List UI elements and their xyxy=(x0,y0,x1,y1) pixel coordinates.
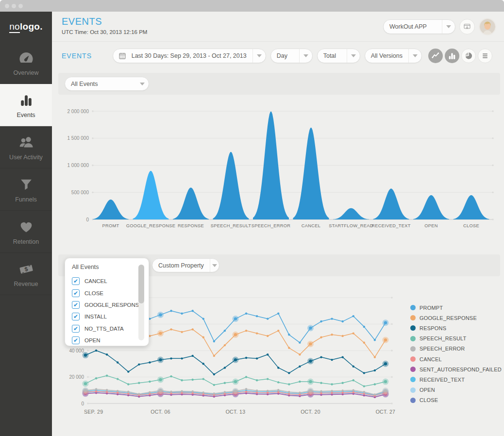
sidebar-item-retention[interactable]: Retention xyxy=(0,211,52,253)
bar-peak-close[interactable] xyxy=(454,195,489,219)
svg-text:20 000: 20 000 xyxy=(69,374,84,380)
checkbox-checked[interactable]: ✔ xyxy=(72,336,80,344)
property-selector[interactable]: Custom Property xyxy=(152,258,219,272)
legend-color-dot xyxy=(410,325,416,331)
window-titlebar xyxy=(0,0,504,12)
event-selector[interactable]: All Events xyxy=(65,77,149,91)
svg-text:OPEN: OPEN xyxy=(424,223,438,228)
legend-item-close[interactable]: CLOSE xyxy=(410,395,502,405)
event-option-open[interactable]: ✔ OPEN xyxy=(72,335,142,346)
scrollbar-thumb[interactable] xyxy=(138,265,144,303)
legend-item-google_response[interactable]: GOOGLE_RESPONSE xyxy=(410,313,502,323)
legend-item-speech_error[interactable]: SPEECH_ERROR xyxy=(410,344,502,354)
sidebar-item-overview[interactable]: Overview xyxy=(0,42,52,84)
granularity-selector[interactable]: Day xyxy=(270,49,313,63)
sidebar-item-label: Events xyxy=(17,112,35,118)
svg-text:2 000 000: 2 000 000 xyxy=(67,109,89,114)
legend-item-prompt[interactable]: PROMPT xyxy=(410,302,502,313)
legend-label: SPEECH_ERROR xyxy=(420,346,465,352)
funnel-icon xyxy=(18,176,34,193)
chevron-down-icon xyxy=(136,77,149,90)
pie-chart-icon xyxy=(464,51,473,61)
page-title: EVENTS xyxy=(62,16,102,27)
brand-logo[interactable]: nologo. xyxy=(0,12,52,42)
bar-peak-open[interactable] xyxy=(413,195,449,219)
bar-peak-startflow_read[interactable] xyxy=(333,208,369,219)
events-bar-chart: 0500 0001 000 0001 500 0002 000 000PROMT… xyxy=(65,94,500,240)
checkbox-checked[interactable]: ✔ xyxy=(72,289,80,297)
app-selector[interactable]: WorkOut APP xyxy=(383,19,455,34)
svg-text:OCT. 20: OCT. 20 xyxy=(301,409,320,415)
checkbox-checked[interactable]: ✔ xyxy=(72,325,80,333)
event-option-cancel[interactable]: ✔ CANCEL xyxy=(72,275,142,287)
versions-selector[interactable]: All Versions xyxy=(365,49,422,63)
list-view-button[interactable] xyxy=(478,49,492,63)
utc-time: UTC Time: Oct 30, 2013 12:16 PM xyxy=(62,29,147,35)
sidebar-item-funnels[interactable]: Funnels xyxy=(0,168,52,211)
heart-icon xyxy=(18,218,34,235)
event-option-label: NO_TTS_DATA xyxy=(84,326,124,332)
window-control-dot[interactable] xyxy=(5,4,9,8)
legend-color-dot xyxy=(410,377,416,382)
svg-text:OCT. 06: OCT. 06 xyxy=(151,409,170,415)
date-range-selector[interactable]: Last 30 Days: Sep 29, 2013 - Oct 27, 201… xyxy=(113,49,266,63)
event-option-no_tts_data[interactable]: ✔ NO_TTS_DATA xyxy=(72,323,142,335)
bar-peak-cancel[interactable] xyxy=(293,128,329,219)
legend-item-cancel[interactable]: CANCEL xyxy=(410,354,502,364)
legend-label: SENT_AUTORESPOND_FAILED xyxy=(420,367,502,372)
checkbox-checked[interactable]: ✔ xyxy=(72,313,80,320)
svg-text:RESPONSE: RESPONSE xyxy=(178,223,204,228)
view-toggle-group xyxy=(428,49,492,63)
sidebar-item-revenue[interactable]: $ Revenue xyxy=(0,253,52,295)
legend-color-dot xyxy=(410,367,416,372)
filter-controls: Last 30 Days: Sep 29, 2013 - Oct 27, 201… xyxy=(113,49,492,63)
sidebar-item-label: Overview xyxy=(13,69,38,76)
line-chart-icon xyxy=(431,51,440,61)
svg-text:GOOGLE_RESPONSE: GOOGLE_RESPONSE xyxy=(126,223,176,228)
svg-text:1 500 000: 1 500 000 xyxy=(67,135,89,141)
svg-text:500 000: 500 000 xyxy=(71,190,89,195)
legend-label: OPEN xyxy=(420,387,435,393)
checkbox-checked[interactable]: ✔ xyxy=(72,277,80,285)
legend-item-sent_autorespond_failed[interactable]: SENT_AUTORESPOND_FAILED xyxy=(410,364,502,374)
checkbox-checked[interactable]: ✔ xyxy=(72,301,80,309)
svg-text:SPEECH_RESULT: SPEECH_RESULT xyxy=(211,223,251,228)
bar-peak-google_response[interactable] xyxy=(133,171,169,219)
user-avatar[interactable] xyxy=(479,18,496,35)
window-control-dot[interactable] xyxy=(18,4,23,8)
legend-item-open[interactable]: OPEN xyxy=(410,385,502,395)
legend-item-received_text[interactable]: RECEIVED_TEXT xyxy=(410,374,502,385)
bar-peak-received_text[interactable] xyxy=(373,189,409,219)
events-dropdown-panel: All Events ✔ CANCEL✔ CLOSE✔ GOOGLE_RESPO… xyxy=(65,258,149,346)
bar-peak-promt[interactable] xyxy=(93,200,129,219)
sidebar-item-events[interactable]: Events xyxy=(0,84,52,126)
legend-label: CANCEL xyxy=(420,356,442,362)
event-option-close[interactable]: ✔ CLOSE xyxy=(72,287,142,299)
events-dropdown-header: All Events xyxy=(72,264,142,270)
pie-chart-view-button[interactable] xyxy=(461,49,476,63)
event-option-google_response[interactable]: ✔ GOOGLE_RESPONSE xyxy=(72,299,142,311)
sidebar-item-user-activity[interactable]: User Activity xyxy=(0,126,52,168)
event-option-install[interactable]: ✔ INSTALL xyxy=(72,311,142,322)
bar-chart-view-button[interactable] xyxy=(445,49,459,63)
legend-color-dot xyxy=(410,315,416,320)
chart-legend: PROMPT GOOGLE_RESPONSE RESPONS SPEECH_RE… xyxy=(410,302,502,405)
money-icon: $ xyxy=(18,261,34,277)
dropdown-scrollbar[interactable] xyxy=(138,265,144,340)
chevron-down-icon xyxy=(347,49,360,63)
chevron-down-icon xyxy=(442,20,455,34)
bar-peak-speech_result[interactable] xyxy=(213,152,249,219)
export-button[interactable] xyxy=(459,19,475,34)
app-window: nologo. EVENTS UTC Time: Oct 30, 2013 12… xyxy=(0,0,504,436)
header-controls: WorkOut APP xyxy=(383,12,496,42)
window-control-dot[interactable] xyxy=(12,4,16,8)
legend-item-respons[interactable]: RESPONS xyxy=(410,323,502,333)
chevron-down-icon xyxy=(210,259,219,272)
legend-color-dot xyxy=(410,387,416,393)
calendar-icon xyxy=(113,52,126,59)
event-option-label: CANCEL xyxy=(84,278,107,284)
gauge-icon xyxy=(18,50,34,66)
legend-item-speech_result[interactable]: SPEECH_RESULT xyxy=(410,334,502,344)
metric-selector[interactable]: Total xyxy=(317,49,360,63)
line-chart-view-button[interactable] xyxy=(428,49,443,63)
